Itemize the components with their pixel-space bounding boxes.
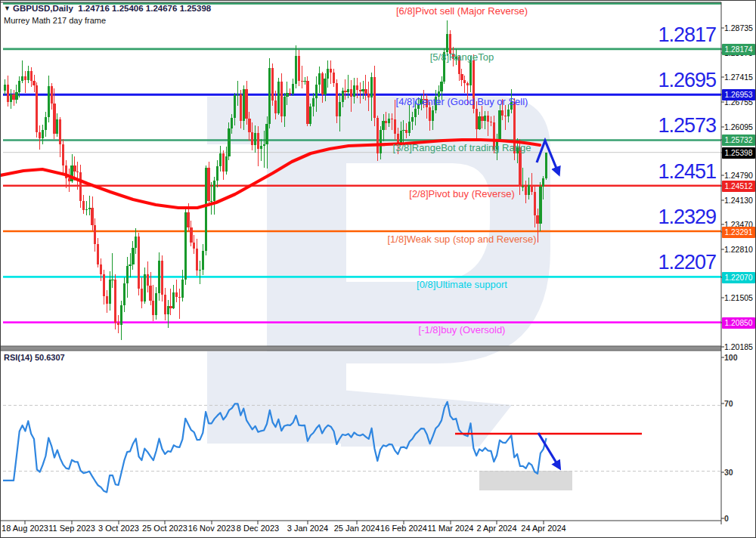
candle-body <box>330 69 332 72</box>
candle-body <box>172 292 175 309</box>
time-axis[interactable] <box>1 521 721 538</box>
candle-body <box>225 156 228 172</box>
candle-body <box>498 110 500 139</box>
candle-body <box>152 301 154 315</box>
candle-body <box>207 168 209 201</box>
candle-body <box>402 130 404 131</box>
candle-body <box>277 82 280 113</box>
candle-body <box>268 68 271 124</box>
level-label-6-8: [6/8]Pivot sell (Major Reverse) <box>311 5 613 17</box>
ohlc-high: 1.25406 <box>112 4 144 13</box>
candle-body <box>216 166 218 181</box>
candle-body <box>94 225 96 244</box>
candle-body <box>73 165 76 171</box>
candle-body <box>251 132 253 145</box>
candle-body <box>199 270 201 271</box>
candle-body <box>205 168 207 251</box>
candle-body <box>27 71 29 79</box>
candle-body <box>164 295 166 314</box>
candle-body <box>271 68 274 100</box>
candle-body <box>147 274 149 286</box>
candle-body <box>324 79 326 94</box>
candle-body <box>91 208 93 225</box>
candle-body <box>301 81 303 82</box>
level-price-0-8: 1.2207 <box>658 251 716 274</box>
candle-body <box>463 80 466 83</box>
chart-area[interactable] <box>1 1 756 538</box>
level-label-4-8: [4/8]Center (Good Buy or Sell) <box>311 96 613 107</box>
candle-body <box>111 280 113 280</box>
panel-separator[interactable] <box>1 346 721 351</box>
title-bar: GBPUSD,Daily 1.24716 1.25406 1.24676 1.2… <box>13 4 211 13</box>
candle-body <box>141 289 143 301</box>
level-price-1-8: 1.2329 <box>658 206 716 229</box>
candle-body <box>327 69 329 79</box>
candle-body <box>56 119 58 134</box>
price-axis[interactable] <box>721 1 756 521</box>
candle-body <box>100 264 102 274</box>
candle-body <box>181 280 184 298</box>
candle-body <box>219 153 222 166</box>
candle-body <box>196 249 198 271</box>
candle-body <box>48 86 50 117</box>
ohlc-low: 1.24676 <box>146 4 178 13</box>
candle-body <box>487 116 489 122</box>
candle-body <box>7 85 9 102</box>
candle-body <box>15 92 17 99</box>
candle-body <box>504 116 507 116</box>
level-label-5-8: [5/8]RangeTop <box>311 51 613 63</box>
candle-body <box>481 116 483 121</box>
candle-body <box>123 283 125 306</box>
candle-body <box>4 85 6 91</box>
candle-body <box>97 244 99 264</box>
candle-body <box>106 296 108 304</box>
candle-body <box>507 110 510 116</box>
candle-body <box>190 227 192 243</box>
candle-body <box>542 178 544 187</box>
symbol-dropdown-icon[interactable]: ▼ <box>4 5 11 12</box>
candle-body <box>385 121 387 123</box>
candle-body <box>353 85 355 97</box>
candle-body <box>18 81 20 93</box>
candle-body <box>318 73 321 84</box>
candle-body <box>284 97 286 116</box>
candle-body <box>359 90 361 91</box>
candle-body <box>254 133 256 145</box>
candle-body <box>59 119 61 144</box>
candle-body <box>240 94 242 121</box>
candle-body <box>88 208 91 209</box>
candle-body <box>280 82 283 116</box>
candle-body <box>109 280 111 304</box>
candle-body <box>12 94 14 99</box>
symbol-period-label: GBPUSD,Daily <box>13 4 73 13</box>
rsi-projection-arrow[interactable] <box>538 433 559 468</box>
indicator-title: Murrey Math 217 day frame <box>4 16 106 25</box>
candle-body <box>321 73 324 94</box>
candle-body <box>30 71 33 80</box>
level-label-1-8: [1/8]Weak sup (stop and Reverse) <box>311 233 613 245</box>
candle-body <box>432 110 434 121</box>
candle-body <box>167 306 169 314</box>
level-label-3-8: [3/8]RangeBot of trading Range <box>311 142 613 153</box>
candle-body <box>79 172 82 202</box>
candle-body <box>263 144 265 146</box>
rsi-oversold-box[interactable] <box>479 471 572 490</box>
candle-body <box>149 286 151 301</box>
candle-body <box>82 201 85 210</box>
candle-body <box>466 83 469 85</box>
candle-body <box>370 77 373 97</box>
candle-body <box>222 153 225 172</box>
candle-body <box>400 131 402 143</box>
candle-body <box>306 81 308 124</box>
candle-body <box>76 172 79 172</box>
candle-body <box>155 293 157 315</box>
ohlc-open: 1.24716 <box>78 4 110 13</box>
candle-body <box>309 107 311 124</box>
candle-body <box>490 122 492 122</box>
candle-body <box>36 85 38 132</box>
candle-body <box>62 144 64 165</box>
candle-body <box>175 292 178 297</box>
candle-body <box>10 94 12 101</box>
candle-body <box>405 130 407 133</box>
candle-body <box>408 122 411 133</box>
